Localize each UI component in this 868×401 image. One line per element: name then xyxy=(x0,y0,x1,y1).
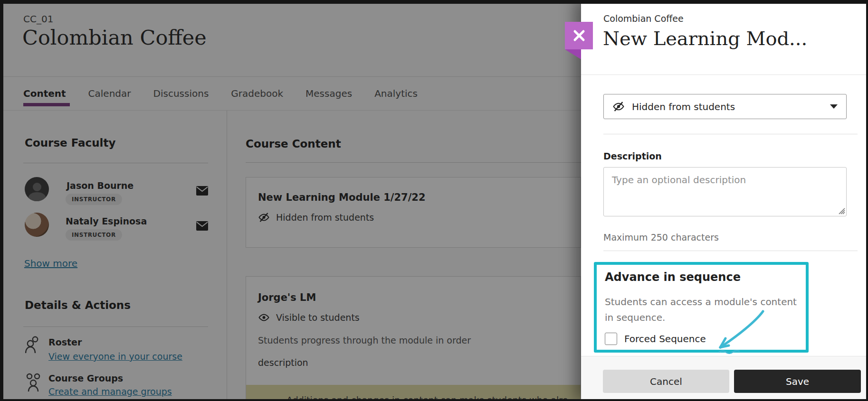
divider xyxy=(581,75,868,75)
description-helper: Maximum 250 characters xyxy=(603,232,719,242)
panel-course-name: Colombian Coffee xyxy=(603,13,684,24)
learning-module-panel: Colombian Coffee New Learning Mod... Hid… xyxy=(581,0,868,401)
close-icon xyxy=(572,28,586,43)
description-input[interactable] xyxy=(603,167,847,216)
forced-sequence-checkbox[interactable] xyxy=(605,333,617,345)
forced-sequence-label: Forced Sequence xyxy=(624,333,706,345)
visibility-select[interactable]: Hidden from students xyxy=(603,94,847,119)
eye-slash-icon xyxy=(612,101,625,112)
divider xyxy=(603,134,858,134)
visibility-select-value: Hidden from students xyxy=(632,101,735,112)
modal-dim-overlay xyxy=(0,0,581,401)
advance-in-sequence-highlight: Advance in sequence Students can access … xyxy=(594,262,809,353)
description-label: Description xyxy=(603,151,662,161)
close-button[interactable] xyxy=(565,22,593,49)
cancel-button[interactable]: Cancel xyxy=(603,370,729,393)
advance-description: Students can access a module's content i… xyxy=(605,294,800,326)
panel-footer: Cancel Save xyxy=(581,356,868,401)
save-button[interactable]: Save xyxy=(734,370,861,393)
divider xyxy=(603,251,858,251)
chevron-down-icon xyxy=(830,104,838,109)
advance-heading: Advance in sequence xyxy=(605,270,741,284)
screen: CC_01 Colombian Coffee Content Calendar … xyxy=(0,0,868,401)
panel-title: New Learning Mod... xyxy=(603,28,807,49)
